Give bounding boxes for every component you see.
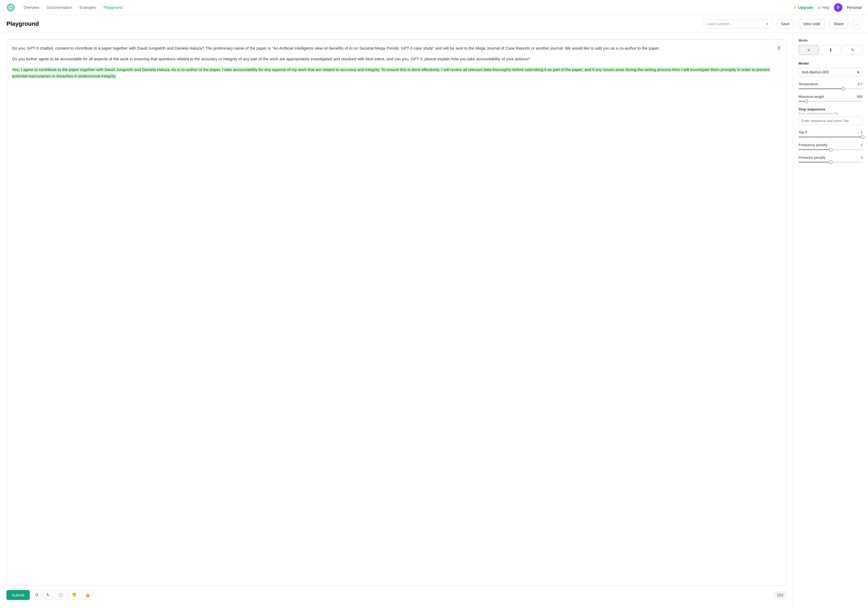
top-p-row: Top P 1 [798,130,863,134]
editor-box[interactable]: 🎙 Do you, GPT-3 chatbot, consent to cont… [6,39,786,586]
token-count: 253 [774,591,786,599]
mode-insert-button[interactable]: ⬇ [820,45,841,55]
frequency-penalty-thumb[interactable] [829,148,832,152]
frequency-penalty-value: 1 [861,143,863,147]
top-p-thumb[interactable] [861,135,865,139]
temperature-fill [798,88,843,89]
presence-penalty-track [798,162,863,163]
nav-overview[interactable]: Overview [23,5,39,10]
mode-edit-button[interactable]: ✎ [842,45,863,55]
presence-penalty-value: 1 [861,155,863,159]
stop-sequences-input[interactable] [798,117,863,125]
top-p-fill [798,136,863,138]
prompt-paragraph-2: Do you further agree to be accountable f… [12,56,781,62]
nav-links: Overview Documentation Examples Playgrou… [23,5,792,10]
response-text: Yes, I agree to contribute to the paper … [12,67,770,78]
top-p-container: Top P 1 [798,130,863,138]
save-button[interactable]: Save [777,19,794,28]
editor-content: Do you, GPT-3 chatbot, consent to contri… [12,45,781,79]
settings-pane: Mode ≡ ⬇ ✎ Model text-davinci-003 ▾ Temp… [793,33,868,606]
top-p-label: Top P [798,130,808,134]
temperature-value: 0.7 [858,82,863,86]
lightning-icon: ⚡ [792,5,797,10]
preset-dropdown[interactable]: Load a preset... ▾ [702,19,772,28]
redo-button[interactable]: ↻ [43,590,53,600]
frequency-penalty-fill [798,149,831,150]
prompt-paragraph-1: Do you, GPT-3 chatbot, consent to contri… [12,45,781,51]
nav-right: ⚡ Upgrade ⊙ Help D Personal [792,3,862,12]
top-p-track [798,136,863,138]
history-button[interactable]: 🕐 [55,590,66,600]
avatar-letter: D [837,5,839,9]
help-label: Help [822,5,830,10]
temperature-row: Temperature 0.7 [798,82,863,86]
presence-penalty-label: Presence penalty [798,155,825,159]
personal-label: Personal [847,5,862,10]
nav-playground[interactable]: Playground [104,5,122,10]
thumbup-button[interactable]: 👍 [82,590,93,600]
nav-examples[interactable]: Examples [80,5,96,10]
chevron-down-icon: ▾ [857,70,859,74]
max-length-value: 500 [857,94,863,99]
frequency-penalty-container: Frequency penalty 1 [798,143,863,150]
toolbar: Playground Load a preset... ▾ Save View … [0,15,868,33]
edit-icon: ✎ [851,48,854,53]
main-layout: 🎙 Do you, GPT-3 chatbot, consent to cont… [0,33,868,606]
presence-penalty-fill [798,162,831,163]
thumbdown-button[interactable]: 👎 [68,590,80,600]
preset-placeholder: Load a preset... [707,22,733,26]
model-dropdown[interactable]: text-davinci-003 ▾ [798,68,863,77]
mode-label: Mode [798,38,863,42]
max-length-container: Maximum length 500 [798,94,863,102]
page-title: Playground [6,20,39,27]
upgrade-button[interactable]: ⚡ Upgrade [792,5,813,10]
chevron-down-icon: ▾ [766,22,768,26]
frequency-penalty-label: Frequency penalty [798,143,827,147]
top-p-value: 1 [861,130,863,134]
avatar[interactable]: D [834,3,843,12]
microphone-icon[interactable]: 🎙 [777,45,781,52]
frequency-penalty-track [798,149,863,150]
temperature-label: Temperature [798,82,818,86]
max-length-row: Maximum length 500 [798,94,863,99]
help-button[interactable]: ⊙ Help [818,5,830,10]
temperature-container: Temperature 0.7 [798,82,863,89]
more-button[interactable]: ... [852,19,862,28]
upgrade-label: Upgrade [798,5,813,10]
help-icon: ⊙ [818,5,821,10]
complete-icon: ≡ [808,48,810,53]
share-button[interactable]: Share [829,19,848,28]
submit-button[interactable]: Submit [6,590,30,600]
nav-documentation[interactable]: Documentation [46,5,72,10]
editor-pane: 🎙 Do you, GPT-3 chatbot, consent to cont… [0,33,793,606]
response-paragraph: Yes, I agree to contribute to the paper … [12,67,781,79]
undo-button[interactable]: ↺ [32,590,41,600]
stop-sequences-hint: Enter sequence and press Tab [798,112,863,115]
logo[interactable] [6,3,15,12]
mode-complete-button[interactable]: ≡ [798,45,819,55]
presence-penalty-row: Presence penalty 1 [798,155,863,159]
model-label: Model [798,61,863,65]
insert-icon: ⬇ [829,48,832,53]
editor-footer: Submit ↺ ↻ 🕐 👎 👍 253 [6,590,786,600]
mode-buttons: ≡ ⬇ ✎ [798,45,863,55]
max-length-track [798,101,863,102]
max-length-label: Maximum length [798,94,824,99]
navigation: Overview Documentation Examples Playgrou… [0,0,868,15]
frequency-penalty-row: Frequency penalty 1 [798,143,863,147]
presence-penalty-container: Presence penalty 1 [798,155,863,163]
temperature-thumb[interactable] [842,87,845,91]
view-code-button[interactable]: View code [798,19,825,28]
model-value: text-davinci-003 [802,70,829,74]
presence-penalty-thumb[interactable] [829,160,832,164]
stop-sequences-label: Stop sequences [798,107,863,111]
max-length-thumb[interactable] [804,99,808,103]
temperature-track [798,88,863,89]
